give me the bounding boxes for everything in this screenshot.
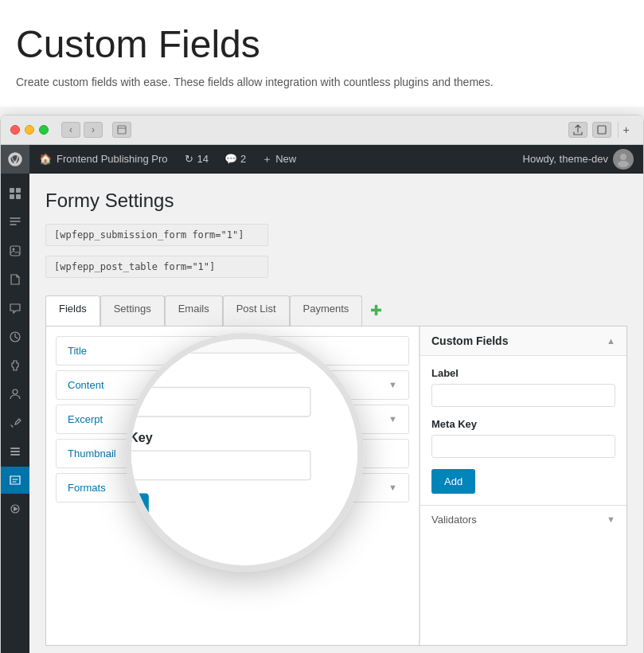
- sidebar-item-tools[interactable]: [1, 409, 29, 436]
- sidebar-item-media2[interactable]: [1, 495, 29, 522]
- custom-fields-body: Label Meta Key Add: [420, 356, 626, 505]
- magnified-custom-fields: Custom Fields ▲ Label Meta Key Add: [125, 333, 364, 547]
- svg-rect-10: [10, 246, 20, 256]
- magnifier-content: Custom Fields ▲ Label Meta Key Add: [125, 333, 364, 547]
- svg-point-11: [13, 248, 15, 250]
- magnifier-overlay: Custom Fields ▲ Label Meta Key Add: [125, 333, 364, 572]
- custom-fields-panel: Custom Fields ▲ Label Meta Key Add Valid…: [420, 326, 626, 645]
- browser-back-button[interactable]: ‹: [61, 122, 80, 138]
- svg-point-13: [13, 389, 18, 394]
- validators-label: Validators: [431, 514, 477, 526]
- hero-section: Custom Fields Create custom fields with …: [0, 0, 644, 107]
- magnified-label-label: Label: [125, 366, 364, 381]
- page-hero-title: Custom Fields: [16, 24, 628, 66]
- svg-rect-16: [10, 454, 20, 456]
- browser-window: ‹ › +: [0, 115, 644, 653]
- magnified-body: Label Meta Key Add: [125, 354, 364, 547]
- field-arrow-formats: ▼: [388, 483, 397, 492]
- settings-page-title: Formy Settings: [45, 190, 627, 212]
- tab-fields[interactable]: Fields: [45, 295, 100, 326]
- comments-count: 2: [240, 153, 246, 165]
- fullscreen-button[interactable]: [592, 122, 611, 138]
- field-label-excerpt: Excerpt: [68, 413, 103, 425]
- user-avatar: [613, 149, 634, 170]
- label-input[interactable]: [431, 384, 615, 407]
- tab-settings[interactable]: Settings: [100, 295, 165, 326]
- validators-arrow-icon: ▼: [607, 514, 615, 524]
- browser-forward-button[interactable]: ›: [84, 122, 103, 138]
- field-arrow-content: ▼: [388, 380, 397, 389]
- magnified-meta-key-label: Meta Key: [125, 430, 364, 445]
- magnified-meta-key-input[interactable]: [125, 451, 311, 481]
- wp-home-icon: 🏠: [39, 153, 52, 165]
- tab-post-list[interactable]: Post List: [223, 295, 290, 326]
- meta-key-input[interactable]: [431, 435, 615, 458]
- svg-marker-18: [14, 506, 18, 511]
- custom-fields-title: Custom Fields: [431, 334, 508, 347]
- sidebar-item-settings[interactable]: [1, 438, 29, 465]
- tab-emails[interactable]: Emails: [165, 295, 223, 326]
- sidebar-item-posts[interactable]: [1, 209, 29, 236]
- field-arrow-excerpt: ▼: [388, 414, 397, 424]
- label-field-label: Label: [431, 367, 615, 379]
- field-label-formats: Formats: [68, 482, 106, 494]
- wp-new-item[interactable]: ＋ New: [254, 152, 304, 166]
- minimize-window-button[interactable]: [25, 125, 34, 135]
- field-label-thumbnail: Thumbnail: [68, 448, 116, 459]
- sidebar-item-appearance[interactable]: [1, 323, 29, 350]
- new-label: New: [275, 153, 296, 165]
- wp-main-area: Formy Settings [wpfepp_submission_form f…: [1, 174, 643, 653]
- sidebar-item-pages[interactable]: [1, 266, 29, 293]
- magnified-label-input[interactable]: [125, 387, 311, 417]
- browser-tab-button[interactable]: [112, 122, 131, 138]
- browser-chrome-bar: ‹ › +: [1, 115, 643, 145]
- sidebar-item-media[interactable]: [1, 237, 29, 264]
- svg-rect-8: [10, 194, 14, 199]
- sidebar-item-comments[interactable]: [1, 295, 29, 322]
- svg-rect-7: [16, 188, 21, 193]
- svg-rect-2: [598, 126, 606, 134]
- validators-row[interactable]: Validators ▼: [420, 505, 626, 534]
- wp-updates-item[interactable]: ↻ 14: [177, 153, 216, 165]
- new-tab-button[interactable]: +: [618, 122, 634, 138]
- page-hero-subtitle: Create custom fields with ease. These fi…: [16, 74, 628, 91]
- browser-nav-buttons: ‹ ›: [61, 122, 103, 138]
- shortcode-2[interactable]: [wpfepp_post_table form="1"]: [45, 256, 268, 278]
- wp-howdy[interactable]: Howdy, theme-dev: [513, 149, 643, 170]
- traffic-lights: [10, 125, 49, 135]
- close-window-button[interactable]: [10, 125, 20, 135]
- custom-fields-header: Custom Fields ▲: [420, 326, 626, 356]
- updates-icon: ↻: [185, 153, 193, 165]
- svg-rect-15: [10, 451, 20, 452]
- sidebar-item-formy[interactable]: [1, 467, 29, 494]
- add-custom-field-button[interactable]: Add: [431, 469, 475, 494]
- wp-logo[interactable]: [1, 145, 29, 174]
- maximize-window-button[interactable]: [39, 125, 49, 135]
- wp-bar-items: ↻ 14 💬 2 ＋ New: [177, 152, 304, 166]
- tab-payments[interactable]: Payments: [290, 295, 363, 326]
- howdy-text: Howdy, theme-dev: [523, 153, 608, 165]
- shortcode-1[interactable]: [wpfepp_submission_form form="1"]: [45, 224, 268, 246]
- wp-admin-bar: 🏠 Frontend Publishing Pro ↻ 14 💬 2 ＋ New…: [1, 145, 643, 174]
- sidebar-item-users[interactable]: [1, 381, 29, 408]
- svg-point-4: [620, 154, 626, 160]
- add-tab-icon: ✚: [370, 302, 382, 319]
- wp-sidebar: [1, 174, 29, 653]
- add-tab-button[interactable]: ✚: [362, 295, 390, 326]
- field-label-content: Content: [68, 379, 104, 391]
- wp-content-area: Formy Settings [wpfepp_submission_form f…: [29, 174, 643, 653]
- share-button[interactable]: [568, 122, 587, 138]
- sidebar-item-dashboard[interactable]: [1, 180, 29, 207]
- settings-tabs: Fields Settings Emails Post List Payment…: [45, 295, 627, 326]
- svg-point-5: [618, 161, 629, 167]
- custom-fields-collapse-icon[interactable]: ▲: [607, 336, 615, 346]
- wp-site-name-text: Frontend Publishing Pro: [57, 153, 167, 165]
- wp-site-name[interactable]: 🏠 Frontend Publishing Pro: [29, 153, 177, 165]
- updates-count: 14: [197, 153, 208, 165]
- comments-icon: 💬: [224, 153, 237, 165]
- svg-rect-6: [10, 188, 14, 193]
- wp-comments-item[interactable]: 💬 2: [217, 153, 254, 165]
- sidebar-item-plugins[interactable]: [1, 352, 29, 379]
- svg-rect-14: [10, 448, 20, 449]
- svg-rect-9: [16, 194, 21, 199]
